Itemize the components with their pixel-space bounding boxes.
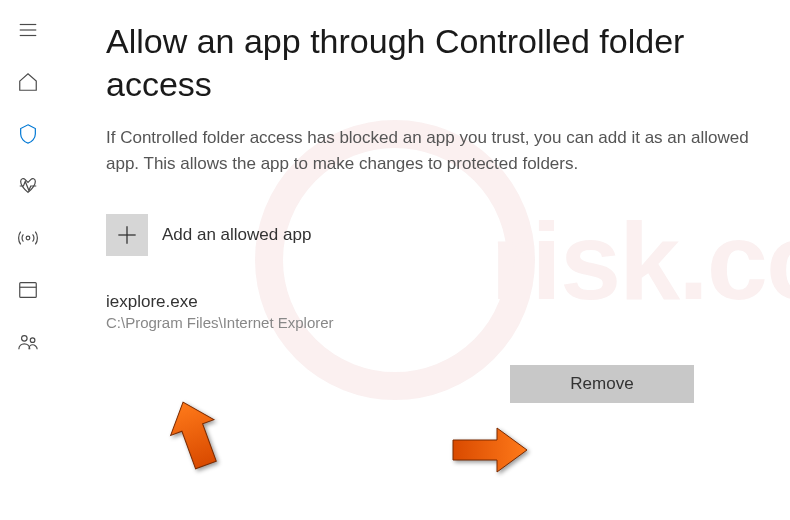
network-icon[interactable] [16,226,40,250]
add-button-label: Add an allowed app [162,225,311,245]
svg-point-3 [26,236,30,240]
app-browser-icon[interactable] [16,278,40,302]
sidebar [0,0,56,520]
svg-point-6 [22,336,27,342]
allowed-app-item[interactable]: iexplore.exe C:\Program Files\Internet E… [106,292,750,331]
family-icon[interactable] [16,330,40,354]
page-description: If Controlled folder access has blocked … [106,125,750,176]
add-allowed-app-button[interactable]: Add an allowed app [106,214,311,256]
health-icon[interactable] [16,174,40,198]
main-content: Allow an app through Controlled folder a… [56,0,790,520]
home-icon[interactable] [16,70,40,94]
svg-rect-4 [20,283,37,298]
remove-button[interactable]: Remove [510,365,694,403]
plus-icon [106,214,148,256]
page-title: Allow an app through Controlled folder a… [106,20,750,105]
shield-icon[interactable] [16,122,40,146]
menu-icon[interactable] [16,18,40,42]
svg-point-7 [30,338,35,343]
app-path: C:\Program Files\Internet Explorer [106,314,750,331]
app-name: iexplore.exe [106,292,750,312]
